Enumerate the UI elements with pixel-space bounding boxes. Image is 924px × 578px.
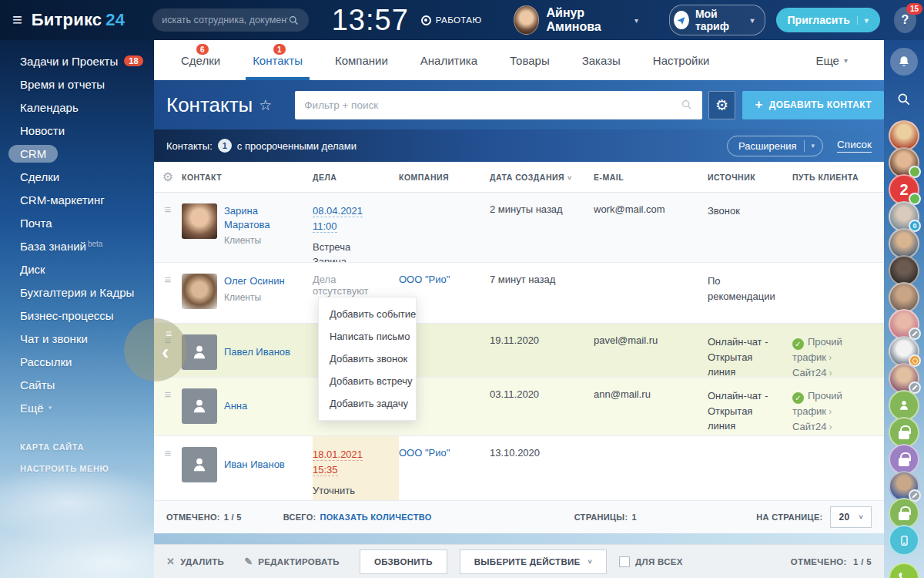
- invite-button[interactable]: Пригласить ▾: [776, 8, 880, 32]
- contact-name-link[interactable]: Зарина Маратова: [224, 204, 302, 231]
- connector-button[interactable]: [889, 525, 919, 556]
- chevron-right-icon[interactable]: ›: [829, 367, 832, 378]
- tab-companies[interactable]: Компании: [319, 40, 404, 80]
- sidebar-item-accounting-hr[interactable]: Бухгалтерия и Кадры: [0, 281, 154, 304]
- contact-name-link[interactable]: Анна: [224, 399, 247, 413]
- table-row[interactable]: ≡ Зарина Маратова Клиенты 08.04.2021 11:…: [154, 193, 884, 263]
- overdue-activity-link[interactable]: 18.01.2021 15:35: [313, 449, 363, 476]
- sidebar-item-time-reports[interactable]: Время и отчеты: [0, 72, 154, 96]
- contact-name-link[interactable]: Павел Иванов: [224, 345, 290, 359]
- chat-avatar[interactable]: [889, 255, 919, 286]
- menu-item-add-call[interactable]: Добавить звонок: [319, 348, 416, 370]
- col-client-path[interactable]: ПУТЬ КЛИЕНТА: [792, 173, 884, 182]
- chevron-right-icon[interactable]: ›: [829, 351, 832, 363]
- sitemap-link[interactable]: КАРТА САЙТА: [0, 436, 154, 458]
- drag-handle-icon[interactable]: ≡: [165, 274, 172, 323]
- bitrix-logo[interactable]: Битрикс 24: [32, 10, 125, 30]
- view-settings-button[interactable]: ⚙: [708, 91, 736, 119]
- col-created[interactable]: ДАТА СОЗДАНИЯ˅: [490, 173, 594, 182]
- sidebar-collapse-button[interactable]: ≡ ‹: [124, 318, 187, 381]
- chat-avatar[interactable]: [889, 228, 919, 259]
- search-icon[interactable]: [681, 99, 693, 111]
- rail-search-button[interactable]: [890, 88, 918, 111]
- for-all-checkbox[interactable]: ДЛЯ ВСЕХ: [619, 556, 683, 567]
- menu-item-add-meeting[interactable]: Добавить встречу: [319, 370, 416, 392]
- col-email[interactable]: E-MAIL: [594, 173, 708, 182]
- chevron-right-icon[interactable]: ›: [829, 405, 832, 417]
- sidebar-item-crm-marketing[interactable]: CRM-маркетинг: [0, 188, 154, 211]
- drag-handle-icon[interactable]: ≡: [165, 388, 172, 435]
- filter-search-input[interactable]: [304, 99, 680, 111]
- tab-products[interactable]: Товары: [494, 40, 566, 80]
- menu-item-add-task[interactable]: Добавить задачу: [319, 392, 416, 415]
- drag-handle-icon[interactable]: ≡: [165, 203, 172, 262]
- table-row-selected[interactable]: ≡ Павел Иванов 19.11.2020 pavel@mail.ru …: [154, 324, 884, 378]
- notifications-bell-button[interactable]: [890, 48, 918, 76]
- private-chat-button[interactable]: [889, 417, 919, 448]
- table-row[interactable]: ≡ Анна 03.11.2020 ann@mail.ru Онлайн-чат…: [154, 378, 884, 436]
- no-activities-note[interactable]: Дела отсутствуют: [313, 274, 369, 297]
- col-company[interactable]: КОМПАНИЯ: [399, 173, 490, 182]
- menu-item-write-letter[interactable]: Написать письмо: [319, 325, 416, 348]
- contact-name-link[interactable]: Олег Осинин: [224, 274, 285, 288]
- chat-avatar[interactable]: [889, 147, 919, 178]
- filter-search[interactable]: [295, 91, 701, 119]
- table-row[interactable]: ≡ Иван Иванов 18.01.2021 15:35 Уточнить …: [154, 436, 884, 501]
- chat-avatar[interactable]: [889, 120, 919, 151]
- tab-more[interactable]: Еще▾: [799, 40, 864, 80]
- tariff-button[interactable]: Мой тариф ▾: [669, 5, 765, 35]
- telephony-button[interactable]: [889, 563, 919, 578]
- sidebar-item-news[interactable]: Новости: [0, 119, 154, 142]
- chat-avatar[interactable]: [889, 309, 919, 340]
- private-channel-button[interactable]: [889, 444, 919, 475]
- edit-button[interactable]: ✎ РЕДАКТИРОВАТЬ: [244, 556, 340, 567]
- configure-menu-link[interactable]: НАСТРОИТЬ МЕНЮ: [0, 458, 154, 479]
- columns-gear-icon[interactable]: ⚙: [162, 170, 173, 184]
- global-search-input[interactable]: [162, 15, 288, 25]
- activity-link[interactable]: 08.04.2021 11:00: [313, 205, 363, 233]
- global-search[interactable]: [152, 8, 309, 32]
- sidebar-item-sites[interactable]: Сайты: [0, 373, 154, 396]
- sidebar-item-more[interactable]: Ещё▾: [0, 396, 154, 419]
- table-row[interactable]: ≡ Олег Осинин Клиенты Дела отсутствуют О…: [154, 263, 884, 324]
- per-page-select[interactable]: 20 ˅: [830, 506, 872, 528]
- contact-name-link[interactable]: Иван Иванов: [224, 458, 285, 472]
- extensions-button[interactable]: Расширения ▾: [727, 136, 823, 156]
- clock[interactable]: 13:57: [332, 5, 409, 35]
- checkbox[interactable]: [619, 556, 630, 567]
- chat-avatar[interactable]: [889, 471, 919, 502]
- menu-hamburger-icon[interactable]: ≡: [12, 10, 22, 30]
- search-icon[interactable]: [288, 15, 300, 26]
- company-link[interactable]: ООО "Рио": [399, 274, 450, 285]
- tab-contacts[interactable]: Контакты1: [236, 40, 319, 80]
- show-count-link[interactable]: ПОКАЗАТЬ КОЛИЧЕСТВО: [320, 512, 432, 522]
- work-status-button[interactable]: РАБОТАЮ: [421, 15, 482, 25]
- sidebar-item-crm[interactable]: CRM: [0, 142, 154, 165]
- private-chat-button[interactable]: [889, 498, 919, 529]
- tab-orders[interactable]: Заказы: [566, 40, 637, 80]
- delete-button[interactable]: ✕ УДАЛИТЬ: [166, 556, 224, 567]
- company-link[interactable]: ООО "Рио": [399, 447, 450, 459]
- chat-avatar[interactable]: [889, 282, 919, 313]
- overdue-count-badge[interactable]: 1: [218, 139, 232, 153]
- favorite-star-icon[interactable]: ☆: [259, 96, 272, 114]
- sidebar-item-deals[interactable]: Сделки: [0, 165, 154, 188]
- col-source[interactable]: ИСТОЧНИК: [708, 173, 792, 182]
- choose-action-dropdown[interactable]: ВЫБЕРИТЕ ДЕЙСТВИЕ ˅: [460, 549, 607, 574]
- menu-item-add-event[interactable]: Добавить событие: [319, 303, 416, 325]
- sidebar-item-drive[interactable]: Диск: [0, 257, 154, 281]
- sidebar-item-business-processes[interactable]: Бизнес-процессы: [0, 304, 154, 327]
- tab-analytics[interactable]: Аналитика: [404, 40, 494, 80]
- col-contact[interactable]: КОНТАКТ: [182, 173, 313, 182]
- user-avatar[interactable]: [514, 5, 538, 35]
- chat-avatar[interactable]: [889, 363, 919, 394]
- drag-handle-icon[interactable]: ≡: [165, 447, 172, 500]
- call-button[interactable]: ОБЗВОНИТЬ: [360, 549, 447, 574]
- chat-avatar[interactable]: 0: [889, 201, 919, 232]
- group-chat-button[interactable]: [889, 390, 919, 421]
- sidebar-item-knowledge-base[interactable]: База знанийbeta: [0, 234, 154, 257]
- chat-avatar[interactable]: [889, 336, 919, 367]
- add-contact-button[interactable]: + ДОБАВИТЬ КОНТАКТ: [742, 91, 884, 119]
- user-menu[interactable]: Айнур Аминова ▾: [514, 5, 638, 35]
- sidebar-item-mail[interactable]: Почта: [0, 211, 154, 234]
